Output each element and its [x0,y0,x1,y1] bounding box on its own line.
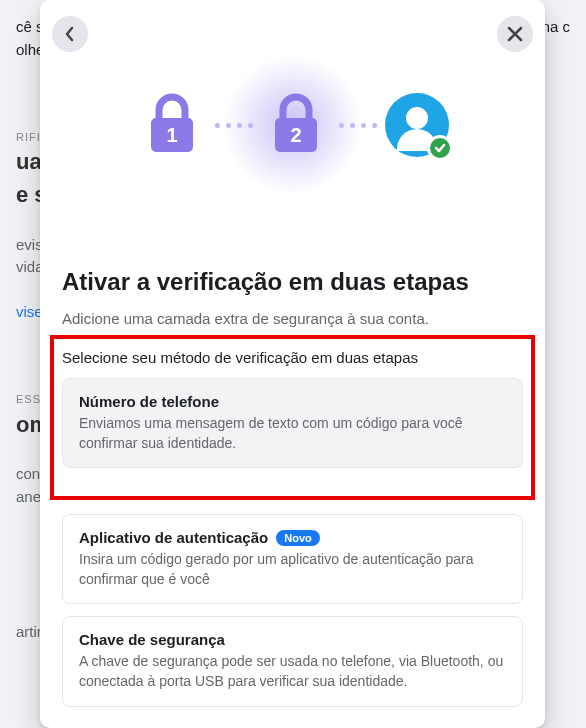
modal-body: Ativar a verificação em duas etapas Adic… [40,250,545,728]
close-button[interactable] [497,16,533,52]
highlighted-section: Selecione seu método de verificação em d… [50,335,535,500]
connector-dots [339,123,377,128]
option-desc: Enviamos uma mensagem de texto com um có… [79,414,506,453]
lock-step-1-icon: 1 [137,90,207,160]
new-badge: Novo [276,530,320,546]
back-button[interactable] [52,16,88,52]
two-factor-modal: 1 2 Ativar a verificação em duas etapa [40,0,545,728]
svg-text:2: 2 [290,124,301,146]
option-auth-app[interactable]: Aplicativo de autenticação Novo Insira u… [62,514,523,604]
chevron-left-icon [60,24,80,44]
bg-link[interactable]: vise [16,303,43,320]
option-security-key[interactable]: Chave de segurança A chave de segurança … [62,616,523,706]
option-title: Aplicativo de autenticação [79,529,268,546]
bg-text: evis [16,236,43,253]
bg-caps: ESS [16,393,41,405]
option-desc: A chave de segurança pode ser usada no t… [79,652,506,691]
connector-dots [215,123,253,128]
option-title: Chave de segurança [79,631,225,648]
option-desc: Insira um código gerado por um aplicativ… [79,550,506,589]
section-label: Selecione seu método de verificação em d… [62,349,523,366]
option-phone-number[interactable]: Número de telefone Enviamos uma mensagem… [62,378,523,468]
option-title: Número de telefone [79,393,219,410]
check-icon [427,135,453,161]
svg-text:1: 1 [166,124,177,146]
modal-title: Ativar a verificação em duas etapas [62,268,523,296]
modal-subtitle: Adicione uma camada extra de segurança à… [62,310,523,327]
lock-step-2-icon: 2 [261,90,331,160]
close-icon [506,25,524,43]
